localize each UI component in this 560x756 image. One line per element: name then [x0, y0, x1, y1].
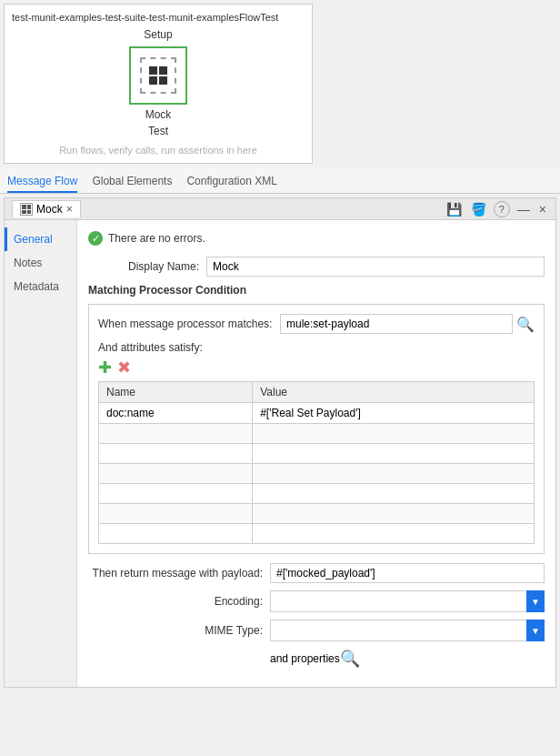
- mock-icon-container[interactable]: [129, 46, 187, 105]
- mock-box: Mock: [122, 46, 195, 121]
- attr-value-cell[interactable]: [253, 524, 535, 544]
- tab-bar: Message Flow Global Elements Configurati…: [0, 167, 560, 194]
- editor-body: General Notes Metadata ✓ There are no er…: [5, 220, 555, 687]
- sidebar-item-notes[interactable]: Notes: [5, 251, 76, 275]
- table-row: [99, 444, 535, 464]
- remove-attr-button[interactable]: ✖: [117, 359, 131, 376]
- mime-dropdown-arrow[interactable]: ▼: [526, 620, 545, 641]
- status-bar: ✓ There are no errors.: [88, 231, 545, 246]
- when-row: When message processor matches: 🔍: [98, 314, 535, 334]
- sidebar-item-general[interactable]: General: [5, 227, 76, 251]
- minimize-button[interactable]: —: [515, 202, 532, 217]
- close-button[interactable]: ×: [537, 202, 548, 217]
- editor-panel: Mock × 💾 🪣 ? — × General Notes Metadata …: [4, 197, 556, 688]
- editor-tab-label: Mock: [36, 203, 63, 216]
- display-name-input[interactable]: [206, 257, 545, 277]
- help-button[interactable]: ?: [494, 201, 510, 217]
- encoding-wrap: ▼: [270, 590, 545, 612]
- attr-value-cell[interactable]: [253, 444, 535, 464]
- then-row: Then return message with payload:: [88, 563, 545, 583]
- display-name-label: Display Name:: [88, 260, 206, 273]
- condition-box: When message processor matches: 🔍 And at…: [88, 304, 545, 554]
- and-props-row: and properties 🔍: [88, 649, 545, 669]
- then-label: Then return message with payload:: [88, 567, 270, 580]
- sq3: [149, 76, 157, 85]
- attr-value-cell[interactable]: [253, 464, 535, 484]
- encoding-input[interactable]: [270, 590, 526, 612]
- attr-value-cell[interactable]: [253, 484, 535, 504]
- attr-value-cell[interactable]: [253, 424, 535, 444]
- sq4: [159, 76, 167, 85]
- tab-configuration-xml[interactable]: Configuration XML: [186, 171, 276, 193]
- mock-icon-inner: [140, 57, 176, 94]
- left-sidebar: General Notes Metadata: [5, 220, 77, 687]
- diagram-area: test-munit-examples-test-suite-test-muni…: [4, 4, 313, 164]
- table-row: [99, 424, 535, 444]
- sq2: [159, 66, 167, 75]
- attr-name-cell[interactable]: [99, 424, 253, 444]
- table-row: [99, 524, 535, 544]
- status-ok-icon: ✓: [88, 231, 103, 246]
- table-row: [99, 464, 535, 484]
- tab-grid-icon: [22, 205, 31, 214]
- tab-message-flow[interactable]: Message Flow: [7, 171, 77, 193]
- attr-name-cell[interactable]: [99, 524, 253, 544]
- and-props-text: and properties: [270, 652, 340, 665]
- diagram-title: test-munit-examples-test-suite-test-muni…: [12, 12, 305, 23]
- encoding-label: Encoding:: [88, 595, 270, 608]
- editor-topbar: Mock × 💾 🪣 ? — ×: [5, 198, 555, 220]
- when-search-button[interactable]: 🔍: [516, 316, 535, 333]
- mime-label: MIME Type:: [88, 624, 270, 637]
- bucket-button[interactable]: 🪣: [469, 202, 488, 217]
- encoding-row: Encoding: ▼: [88, 590, 545, 612]
- col-name-header: Name: [99, 382, 253, 403]
- sq1: [149, 66, 157, 75]
- encoding-dropdown-arrow[interactable]: ▼: [526, 590, 545, 612]
- attr-name-cell[interactable]: [99, 444, 253, 464]
- mime-row: MIME Type: ▼: [88, 620, 545, 641]
- setup-label: Setup: [12, 28, 305, 41]
- editor-tab[interactable]: Mock ×: [12, 200, 81, 217]
- attr-table: Name Value doc:name#['Real Set Payload']: [98, 381, 535, 544]
- tab-global-elements[interactable]: Global Elements: [92, 171, 172, 193]
- mock-icon-squares: [149, 66, 167, 85]
- status-message: There are no errors.: [108, 232, 205, 245]
- attr-name-cell[interactable]: [99, 484, 253, 504]
- mime-input[interactable]: [270, 620, 526, 641]
- table-row: doc:name#['Real Set Payload']: [99, 403, 535, 424]
- then-input[interactable]: [270, 563, 545, 583]
- save-button[interactable]: 💾: [445, 202, 464, 217]
- main-content: ✓ There are no errors. Display Name: Mat…: [77, 220, 555, 687]
- and-label: And attributes satisfy:: [98, 341, 535, 354]
- section-title: Matching Processor Condition: [88, 284, 545, 297]
- and-props-search-button[interactable]: 🔍: [340, 649, 360, 669]
- attr-value-cell[interactable]: #['Real Set Payload']: [253, 403, 535, 424]
- close-tab-icon[interactable]: ×: [66, 203, 73, 216]
- mock-label: Mock: [145, 108, 172, 121]
- when-input[interactable]: [280, 314, 513, 334]
- editor-topbar-actions: 💾 🪣 ? — ×: [445, 201, 548, 217]
- attr-name-cell[interactable]: doc:name: [99, 403, 253, 424]
- attr-name-cell[interactable]: [99, 504, 253, 524]
- editor-tab-icon: [20, 203, 33, 216]
- add-attr-button[interactable]: ✚: [98, 359, 112, 376]
- test-label: Test: [12, 125, 305, 137]
- attr-actions: ✚ ✖: [98, 359, 535, 376]
- attr-name-cell[interactable]: [99, 464, 253, 484]
- attr-value-cell[interactable]: [253, 504, 535, 524]
- table-row: [99, 504, 535, 524]
- mime-wrap: ▼: [270, 620, 545, 641]
- when-input-wrap: 🔍: [280, 314, 535, 334]
- col-value-header: Value: [253, 382, 535, 403]
- display-name-row: Display Name:: [88, 257, 545, 277]
- table-row: [99, 484, 535, 504]
- when-label: When message processor matches:: [98, 318, 280, 330]
- diagram-desc: Run flows, verify calls, run assertions …: [12, 145, 305, 156]
- sidebar-item-metadata[interactable]: Metadata: [5, 275, 76, 298]
